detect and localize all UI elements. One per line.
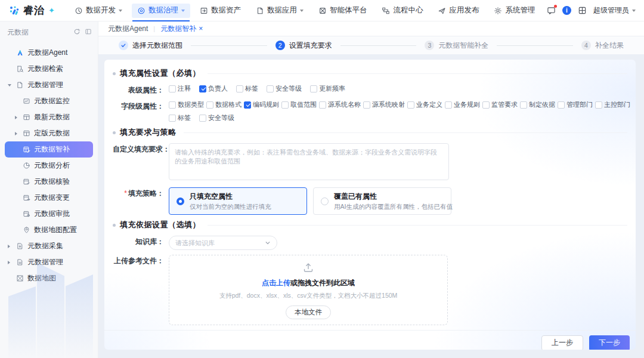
custom-requirement-input[interactable] bbox=[169, 143, 449, 180]
field-attr-extra-1[interactable]: 安全等级 bbox=[199, 113, 234, 122]
checkbox-icon bbox=[407, 101, 414, 109]
chevron-down-icon bbox=[632, 10, 636, 12]
field-attr-10[interactable]: 管理部门 bbox=[558, 100, 593, 109]
user-menu[interactable]: 超级管理员 bbox=[593, 5, 636, 16]
next-step-button[interactable]: 下一步 bbox=[589, 335, 630, 350]
step-connector bbox=[497, 45, 573, 46]
table-attr-0[interactable]: 注释 bbox=[169, 84, 191, 93]
step-indicator: 4 bbox=[581, 41, 591, 50]
field-attr-5[interactable]: 源系统映射 bbox=[363, 100, 405, 109]
sidebar-item-8[interactable]: 元数据核验 bbox=[0, 174, 98, 190]
checkbox-icon bbox=[206, 101, 213, 109]
sidebar-item-7[interactable]: 元数据分析 bbox=[0, 158, 98, 174]
kb-label: 知识库： bbox=[113, 236, 164, 247]
sidebar-item-4[interactable]: 最新元数据 bbox=[0, 109, 98, 125]
field-attr-extra-0[interactable]: 标签 bbox=[169, 113, 191, 122]
field-attr-9[interactable]: 制定依据 bbox=[520, 100, 555, 109]
table-attr-1[interactable]: 负责人 bbox=[199, 84, 228, 93]
step-2: 2设置填充要求 bbox=[275, 41, 332, 51]
sidebar-item-2[interactable]: 元数据管理 bbox=[0, 77, 98, 93]
field-attr-1[interactable]: 数据格式 bbox=[206, 100, 242, 109]
nav-item-7[interactable]: 系统管理 bbox=[488, 4, 540, 18]
prev-step-button[interactable]: 上一步 bbox=[541, 335, 583, 350]
collapse-panel-icon[interactable] bbox=[85, 28, 92, 37]
checkbox-icon bbox=[236, 85, 243, 92]
table-attr-4[interactable]: 更新频率 bbox=[310, 84, 345, 93]
refresh-icon[interactable] bbox=[73, 28, 80, 37]
sidebar-item-6[interactable]: 元数据智补 bbox=[5, 141, 93, 158]
nav-item-0[interactable]: 数据开发 bbox=[69, 4, 128, 18]
sidebar-item-14[interactable]: 数据地图 bbox=[0, 270, 98, 286]
checkbox-icon bbox=[482, 101, 490, 109]
nav-item-3[interactable]: 数据应用 bbox=[250, 4, 309, 18]
tab-divider: | bbox=[153, 25, 155, 32]
step-indicator bbox=[119, 41, 128, 50]
field-attr-3[interactable]: 取值范围 bbox=[281, 100, 317, 109]
nav-item-4[interactable]: 智能体平台 bbox=[313, 4, 373, 18]
sidebar-item-1[interactable]: 元数据检索 bbox=[0, 61, 98, 77]
table-icon bbox=[23, 129, 30, 137]
step-1: 选择元数据范围 bbox=[119, 41, 182, 51]
sidebar-item-11[interactable]: 数据地图配置 bbox=[0, 222, 98, 238]
sidebar-item-3[interactable]: 元数据监控 bbox=[0, 93, 98, 109]
sidebar-item-0[interactable]: 元数据Agent bbox=[0, 45, 98, 61]
apps-grid-icon[interactable] bbox=[578, 6, 587, 15]
app-logo: 睿治 ✦ bbox=[8, 4, 55, 17]
field-attr-6[interactable]: 业务定义 bbox=[407, 100, 442, 109]
nav-item-6[interactable]: 应用发布 bbox=[432, 4, 484, 18]
gear-icon bbox=[494, 7, 502, 15]
step-3: 3元数据智能补全 bbox=[425, 41, 488, 51]
chevron-down-icon bbox=[300, 10, 304, 12]
main-area: 元数据Agent | 元数据智补 × 选择元数据范围2设置填充要求3元数据智能补… bbox=[98, 21, 644, 358]
caret-right-icon bbox=[8, 261, 10, 264]
nav-item-2[interactable]: 数据资产 bbox=[194, 4, 246, 18]
radio-selected-icon bbox=[177, 197, 184, 205]
asset-icon bbox=[200, 7, 208, 15]
strategy-fill-empty-option[interactable]: 只填充空属性 仅对当前为空的属性进行填充 bbox=[169, 187, 307, 215]
close-icon[interactable]: × bbox=[199, 25, 203, 32]
info-icon[interactable]: i bbox=[562, 6, 571, 15]
card-footer: 上一步 下一步 bbox=[104, 330, 636, 350]
checkbox-icon bbox=[169, 85, 176, 92]
local-file-button[interactable]: 本地文件 bbox=[286, 305, 331, 319]
strategy-overwrite-option[interactable]: 覆盖已有属性 用AI生成的内容覆盖所有属性，包括已有值 bbox=[313, 187, 451, 215]
pie-icon bbox=[23, 162, 30, 169]
doc-search-icon bbox=[16, 65, 24, 73]
process-icon bbox=[382, 7, 390, 15]
table-attr-3[interactable]: 安全等级 bbox=[267, 84, 302, 93]
field-attr-7[interactable]: 业务规则 bbox=[445, 100, 480, 109]
checkbox-icon bbox=[281, 101, 289, 109]
doc-manage-icon bbox=[16, 258, 24, 266]
field-attr-8[interactable]: 监管要求 bbox=[482, 100, 518, 109]
upload-label: 上传参考文件： bbox=[113, 255, 164, 266]
field-attr-0[interactable]: 数据类型 bbox=[169, 100, 204, 109]
table-icon bbox=[23, 113, 30, 121]
nav-item-5[interactable]: 流程中心 bbox=[376, 4, 428, 18]
tab-metadata-autofill[interactable]: 元数据智补 × bbox=[160, 24, 203, 34]
map-pin-icon bbox=[23, 226, 30, 234]
sidebar-item-9[interactable]: 元数据变更 bbox=[0, 190, 98, 206]
ai-agent-icon bbox=[16, 49, 24, 57]
collect-icon bbox=[16, 242, 24, 250]
tab-metadata-agent[interactable]: 元数据Agent bbox=[108, 24, 148, 34]
checkbox-icon bbox=[595, 101, 602, 109]
upload-dropzone[interactable]: 点击上传或拖拽文件到此区域 支持pdf、docx、xlsx、xls、csv文件类… bbox=[169, 255, 448, 325]
sidebar-item-10[interactable]: 元数据审批 bbox=[0, 206, 98, 222]
table-change-icon bbox=[23, 194, 30, 202]
field-attr-4[interactable]: 源系统名称 bbox=[319, 100, 361, 109]
checkbox-icon bbox=[310, 85, 317, 92]
message-icon[interactable] bbox=[547, 6, 556, 15]
table-attr-2[interactable]: 标签 bbox=[236, 84, 258, 93]
field-attr-11[interactable]: 主控部门 bbox=[595, 100, 630, 109]
sidebar-item-13[interactable]: 元数据管理 bbox=[0, 254, 98, 270]
nav-item-1[interactable]: 数据治理 bbox=[132, 4, 190, 18]
governance-icon bbox=[137, 7, 145, 15]
knowledge-base-select[interactable]: 请选择知识库 bbox=[169, 236, 277, 250]
sidebar-item-12[interactable]: 元数据采集 bbox=[0, 238, 98, 254]
sidebar-item-5[interactable]: 定版元数据 bbox=[0, 125, 98, 141]
upload-click-link[interactable]: 点击上传 bbox=[262, 279, 290, 287]
required-asterisk: * bbox=[124, 189, 127, 197]
data-app-icon bbox=[256, 7, 264, 15]
field-attr-2[interactable]: 编码规则 bbox=[244, 100, 279, 109]
doc-icon bbox=[16, 81, 24, 89]
